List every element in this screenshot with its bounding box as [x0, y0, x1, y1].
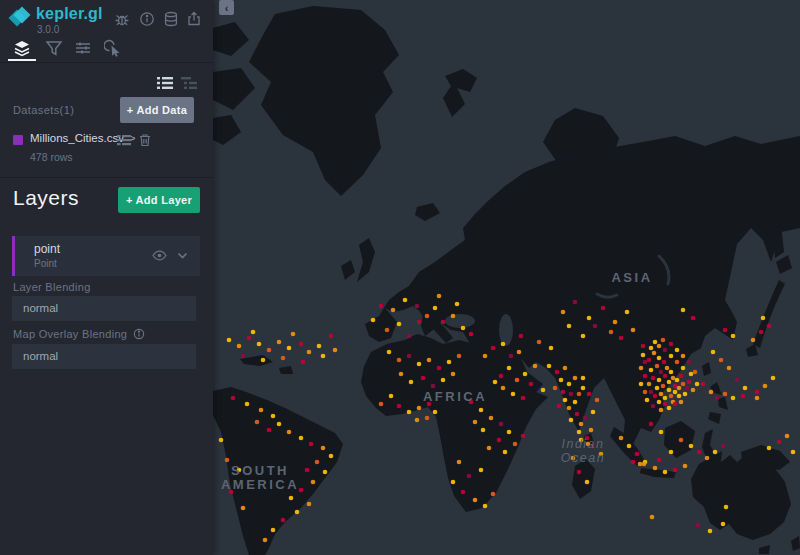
data-point [245, 402, 250, 407]
data-point [631, 460, 636, 465]
data-point [589, 428, 594, 433]
data-point [759, 330, 764, 335]
dataset-color-tag[interactable] [13, 135, 23, 145]
dataset-list-view-icon[interactable] [181, 76, 197, 90]
data-point [669, 370, 674, 375]
divider [0, 177, 213, 178]
data-point [663, 402, 668, 407]
data-point [577, 392, 582, 397]
data-point [791, 450, 796, 455]
data-point [663, 470, 668, 475]
data-point [652, 351, 657, 356]
interactions-tab-icon[interactable] [74, 39, 92, 57]
data-point [669, 394, 674, 399]
data-point [307, 502, 312, 507]
map-overlay-blending-select[interactable]: normal [12, 344, 196, 369]
add-layer-button[interactable]: + Add Layer [118, 187, 200, 213]
layer-visibility-eye-icon[interactable] [152, 248, 167, 263]
data-point [735, 378, 740, 383]
data-point [696, 523, 701, 528]
data-point [675, 360, 680, 365]
data-point [697, 450, 702, 455]
data-point [777, 440, 782, 445]
data-point [521, 396, 526, 401]
add-data-button[interactable]: + Add Data [120, 97, 194, 123]
data-point [689, 444, 694, 449]
data-point [229, 490, 234, 495]
data-point [299, 436, 304, 441]
data-point [619, 336, 624, 341]
data-point [433, 306, 438, 311]
map-canvas[interactable]: ASIAAFRICASOUTH AMERICAIndian Ocean ‹ [213, 0, 800, 555]
data-point [669, 354, 674, 359]
data-point [665, 366, 670, 371]
bug-icon[interactable] [114, 11, 130, 27]
show-data-table-icon[interactable] [117, 133, 131, 147]
layer-blending-select[interactable]: normal [12, 296, 196, 321]
list-view-icon[interactable] [157, 76, 173, 90]
data-point [425, 416, 430, 421]
data-point [499, 374, 504, 379]
export-icon[interactable] [186, 11, 202, 27]
info-icon[interactable] [139, 11, 155, 27]
data-point [643, 390, 648, 395]
data-point [581, 334, 586, 339]
layer-expand-chevron-down-icon[interactable] [175, 248, 190, 263]
data-point [299, 488, 304, 493]
data-point [561, 390, 566, 395]
data-point [662, 360, 667, 365]
data-point [638, 462, 643, 467]
layers-tab-icon[interactable] [13, 39, 31, 57]
data-point [667, 406, 672, 411]
data-point [553, 386, 558, 391]
divider [0, 62, 213, 63]
data-point [315, 460, 320, 465]
data-point [723, 392, 728, 397]
sidebar-collapse-button[interactable]: ‹ [219, 0, 234, 15]
data-point [473, 498, 478, 503]
data-point [241, 506, 246, 511]
data-point [307, 350, 312, 355]
remove-dataset-trash-icon[interactable] [138, 133, 152, 147]
data-point [653, 394, 658, 399]
layer-panel-point[interactable]: point Point [12, 236, 200, 276]
data-point [631, 328, 636, 333]
data-point [379, 402, 384, 407]
data-point [595, 398, 600, 403]
data-point [277, 340, 282, 345]
data-point [675, 348, 680, 353]
filters-tab-icon[interactable] [45, 39, 63, 57]
data-point [659, 392, 664, 397]
data-point [685, 386, 690, 391]
data-point [329, 454, 334, 459]
data-point [437, 294, 442, 299]
data-point [751, 338, 756, 343]
data-point [455, 302, 460, 307]
data-point [721, 444, 726, 449]
data-point [701, 382, 706, 387]
overlay-blending-info-icon[interactable] [133, 328, 145, 340]
data-point [291, 332, 296, 337]
data-point [671, 376, 676, 381]
datasets-count-label: Datasets(1) [13, 104, 74, 116]
data-point [479, 468, 484, 473]
layer-type-label: Point [34, 258, 57, 269]
data-point [533, 364, 538, 369]
data-point [219, 438, 224, 443]
data-point [493, 380, 498, 385]
data-point [681, 308, 686, 313]
data-point [639, 366, 644, 371]
basemap-tab-icon[interactable] [104, 39, 122, 57]
data-point [461, 490, 466, 495]
data-point [653, 466, 658, 471]
data-point [609, 330, 614, 335]
data-point [507, 430, 512, 435]
database-icon[interactable] [163, 11, 179, 27]
data-point [647, 382, 652, 387]
data-point [691, 316, 696, 321]
data-point [407, 410, 412, 415]
data-point [677, 386, 682, 391]
data-point [681, 382, 686, 387]
data-point [771, 376, 776, 381]
data-point [247, 336, 252, 341]
